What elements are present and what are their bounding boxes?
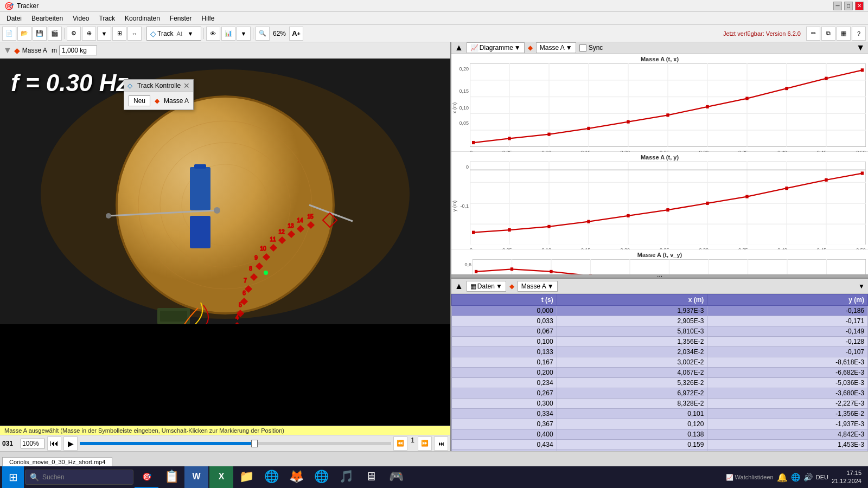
new-button[interactable]: 📄 — [2, 27, 16, 41]
svg-rect-65 — [745, 97, 748, 100]
export-btn[interactable]: ▦ — [837, 27, 851, 41]
taskbar-app-game[interactable]: 🎮 — [384, 466, 408, 488]
table-cell: -2,227E-3 — [707, 399, 868, 409]
track-button[interactable]: ◇ Track At ▼ — [146, 27, 201, 41]
popup-close-button[interactable]: ✕ — [183, 81, 190, 90]
copy-btn[interactable]: ⧉ — [821, 27, 835, 41]
diagram-button[interactable]: 📈 Diagramme ▼ — [467, 42, 525, 53]
menu-koordinaten[interactable]: Koordinaten — [120, 14, 164, 23]
menu-hilfe[interactable]: Hilfe — [197, 14, 219, 23]
panel-collapse[interactable]: ▼ — [3, 46, 12, 55]
data-table-wrapper[interactable]: t (s) x (m) y (m) 0,0001,937E-3-0,1860,0… — [451, 294, 868, 451]
go-start-button[interactable]: ⏮ — [47, 436, 61, 451]
axes-button[interactable]: ⊕ — [82, 27, 96, 41]
menu-datei[interactable]: Datei — [2, 14, 26, 23]
track-icon-small: ◇ — [127, 82, 132, 89]
video-scrubber[interactable] — [80, 442, 391, 445]
charts-topbar: ▲ 📈 Diagramme ▼ ◆ Masse A ▼ Sync ▼ — [451, 42, 868, 54]
taskbar-app-excel[interactable]: X — [209, 466, 233, 488]
notifications-icon[interactable]: 🔔 — [777, 472, 788, 483]
taskbar-app-windows-security[interactable]: 🖥 — [359, 466, 383, 488]
taskbar-app-photos[interactable]: 📁 — [234, 466, 258, 488]
neu-button[interactable]: Neu — [129, 95, 150, 106]
table-row[interactable]: 0,3670,120-1,937E-3 — [452, 419, 868, 429]
chart3-yaxis: 0,6 0,4 0,2 vy (m/s) — [454, 259, 473, 274]
sync-checkbox[interactable] — [579, 44, 586, 52]
table-row[interactable]: 0,0332,905E-3-0,171 — [452, 316, 868, 326]
table-row[interactable]: 0,1001,356E-2-0,128 — [452, 337, 868, 347]
chart-dropdown[interactable]: ▼ — [237, 27, 251, 41]
track-dropdown[interactable]: ▼ — [183, 28, 197, 39]
data-scroll-up[interactable]: ▲ — [455, 281, 463, 291]
taskbar-app-ie[interactable]: 🌐 — [259, 466, 283, 488]
table-row[interactable]: 0,2345,326E-2-5,036E-3 — [452, 378, 868, 388]
config-button[interactable]: ⚙ — [67, 27, 81, 41]
close-button[interactable]: ✕ — [855, 2, 864, 10]
data-scroll-down-btn[interactable]: ▼ — [858, 282, 865, 290]
play-button[interactable]: ▶ — [63, 436, 78, 451]
watchlist-icon: 📈 — [726, 474, 733, 480]
menu-fenster[interactable]: Fenster — [165, 14, 196, 23]
table-row[interactable]: 0,0001,937E-3-0,186 — [452, 306, 868, 316]
data-button[interactable]: ▦ Daten ▼ — [467, 281, 506, 292]
charts-scroll-down-btn[interactable]: ▼ — [856, 43, 865, 53]
table-row[interactable]: 0,3008,328E-2-2,227E-3 — [452, 399, 868, 409]
font-size-button[interactable]: A+ — [289, 27, 303, 41]
more-btn[interactable]: ▼ — [97, 27, 111, 41]
taskbar-app-tracker[interactable]: 🎯 — [135, 466, 158, 488]
open-button[interactable]: 📂 — [17, 27, 31, 41]
chart-mass-button[interactable]: Masse A ▼ — [536, 42, 576, 53]
menu-track[interactable]: Track — [95, 14, 120, 23]
prev-frame-button[interactable]: ⏪ — [393, 436, 407, 451]
import-button[interactable]: 🎬 — [48, 27, 62, 41]
network-icon[interactable]: 🌐 — [791, 473, 800, 481]
taskbar-app-word[interactable]: W — [184, 466, 208, 488]
table-cell: 0,467 — [452, 450, 557, 452]
taskbar-app-firefox[interactable]: 🦊 — [284, 466, 308, 488]
taskbar-right: 📈 Watchlistideen 🔔 🌐 🔊 DEU 17:15 21.12.2… — [726, 469, 866, 486]
menu-video[interactable]: Video — [68, 14, 93, 23]
save-button[interactable]: 💾 — [33, 27, 47, 41]
mass-value-input[interactable] — [59, 46, 97, 55]
taskbar-lang[interactable]: DEU — [816, 474, 828, 480]
table-row[interactable]: 0,3340,101-1,356E-2 — [452, 409, 868, 419]
svg-rect-91 — [785, 187, 788, 190]
go-end-button[interactable]: ⏭ — [434, 436, 448, 451]
table-row[interactable]: 0,2676,972E-2-3,680E-3 — [452, 388, 868, 399]
taskbar-app-media[interactable]: 🎵 — [334, 466, 358, 488]
svg-rect-89 — [706, 202, 709, 205]
menu-bearbeiten[interactable]: Bearbeiten — [27, 14, 67, 23]
next-frame-button[interactable]: ⏩ — [418, 436, 432, 451]
table-row[interactable]: 0,0675,810E-3-0,149 — [452, 326, 868, 337]
table-row[interactable]: 0,2004,067E-2-6,682E-3 — [452, 368, 868, 378]
help-btn[interactable]: ? — [852, 27, 866, 41]
data-mass-button[interactable]: Masse A ▼ — [518, 281, 558, 292]
volume-icon[interactable]: 🔊 — [803, 473, 813, 481]
charts-scroll-up[interactable]: ▲ — [455, 43, 463, 53]
table-row[interactable]: 0,4340,1591,453E-3 — [452, 440, 868, 450]
calibrate-button[interactable]: ⊞ — [112, 27, 126, 41]
table-cell: 0,033 — [452, 316, 557, 326]
chart2-area: 00,050,100,150,200,250,300,350,400,450,5… — [470, 162, 866, 245]
taskbar-time[interactable]: 17:15 21.12.2024 — [832, 469, 861, 486]
chart-type-button[interactable]: 📊 — [221, 27, 235, 41]
line-button[interactable]: ↔ — [127, 27, 142, 41]
data-label: Daten — [477, 282, 495, 290]
minimize-button[interactable]: ─ — [833, 2, 842, 10]
watchlist-btn[interactable]: 📈 Watchlistideen — [726, 474, 774, 481]
show-button[interactable]: 👁 — [206, 27, 220, 41]
maximize-button[interactable]: □ — [844, 2, 853, 10]
table-row[interactable]: 0,1332,034E-2-0,107 — [452, 347, 868, 357]
table-row[interactable]: 0,1673,002E-2-8,618E-3 — [452, 357, 868, 368]
file-tab[interactable]: Coriolis_movie_0_30_Hz_short.mp4 — [2, 457, 112, 466]
scrubber-thumb[interactable] — [251, 440, 258, 447]
table-row[interactable]: 0,4000,1384,842E-3 — [452, 429, 868, 440]
taskbar-app-cortana[interactable]: 📋 — [159, 466, 183, 488]
taskbar-app-edge[interactable]: 🌐 — [309, 466, 333, 488]
taskbar-search[interactable]: 🔍 Suchen — [25, 470, 133, 485]
start-button[interactable]: ⊞ — [2, 466, 24, 488]
zoom-btn[interactable]: 🔍 — [256, 27, 270, 41]
zoom-input[interactable] — [21, 439, 45, 448]
table-row[interactable]: 0,4670,1791,259E-2 — [452, 450, 868, 452]
edit-icon-btn[interactable]: ✏ — [806, 27, 820, 41]
